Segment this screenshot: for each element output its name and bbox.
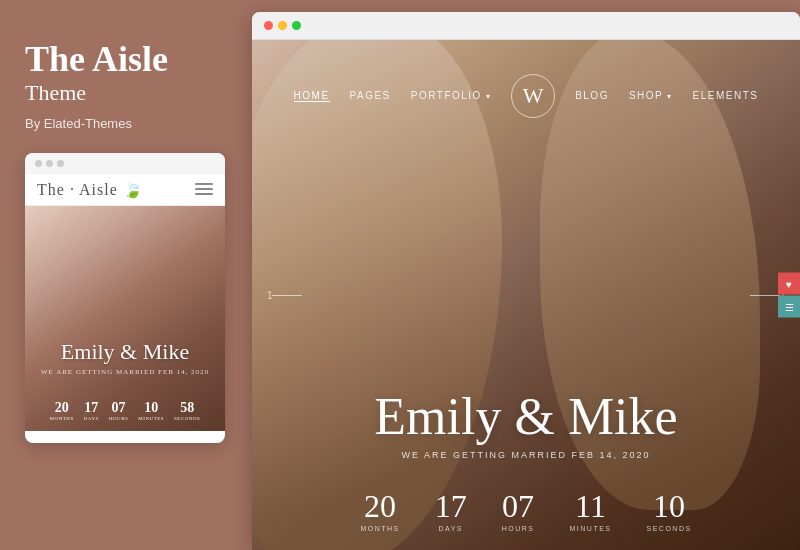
nav-links-left: HOME PAGES PORTFOLIO [294, 90, 492, 102]
hero-area: HOME PAGES PORTFOLIO W BLOG SHOP ELEMENT… [252, 40, 800, 550]
slide-line-right [750, 295, 780, 296]
hero-content: Emily & Mike WE ARE GETTING MARRIED FEB … [252, 388, 800, 460]
mobile-count-seconds: 58 SECONDS [174, 401, 200, 421]
mobile-countdown: 20 MONTHS 17 DAYS 07 HOURS 10 MINUTES 58 [25, 401, 225, 421]
left-panel: The Aisle Theme By Elated-Themes The · A… [0, 0, 245, 550]
nav-logo-circle[interactable]: W [511, 74, 555, 118]
count-months: 20 MONTHS [360, 490, 399, 532]
mobile-preview: The · Aisle 🍃 Emily & Mike WE ARE GETTIN… [25, 153, 225, 443]
mobile-photo-bg [25, 206, 225, 431]
hero-couple-name: Emily & Mike [252, 388, 800, 445]
side-btn-menu[interactable]: ☰ [778, 296, 800, 318]
hero-married-text: WE ARE GETTING MARRIED FEB 14, 2020 [252, 450, 800, 460]
mobile-title-bar [25, 153, 225, 174]
nav-links-right: BLOG SHOP ELEMENTS [575, 90, 758, 101]
mobile-logo: The · Aisle 🍃 [37, 180, 144, 199]
mobile-dot-3 [57, 160, 64, 167]
count-days: 17 DAYS [435, 490, 467, 532]
browser-dot-yellow[interactable] [278, 21, 287, 30]
site-navigation: HOME PAGES PORTFOLIO W BLOG SHOP ELEMENT… [252, 68, 800, 123]
mobile-couple-name: Emily & Mike [25, 339, 225, 365]
theme-author: By Elated-Themes [25, 116, 220, 131]
mobile-count-months: 20 MONTHS [50, 401, 74, 421]
side-btn-heart[interactable]: ♥ [778, 273, 800, 295]
nav-shop[interactable]: SHOP [629, 90, 673, 101]
count-hours: 07 HOURS [502, 490, 535, 532]
mobile-dot-2 [46, 160, 53, 167]
browser-dot-green[interactable] [292, 21, 301, 30]
mobile-count-days: 17 DAYS [84, 401, 99, 421]
mobile-hero-image: Emily & Mike WE ARE GETTING MARRIED FEB … [25, 206, 225, 431]
heart-icon: ♥ [786, 278, 792, 289]
mobile-married-text: WE ARE GETTING MARRIED FEB 14, 2020 [25, 368, 225, 376]
mobile-overlay: Emily & Mike WE ARE GETTING MARRIED FEB … [25, 339, 225, 376]
mobile-header: The · Aisle 🍃 [25, 174, 225, 206]
countdown-bar: 20 MONTHS 17 DAYS 07 HOURS 11 MINUTES 10… [252, 490, 800, 532]
browser-chrome-bar [252, 12, 800, 40]
browser-preview: HOME PAGES PORTFOLIO W BLOG SHOP ELEMENT… [252, 12, 800, 550]
nav-blog[interactable]: BLOG [575, 90, 609, 101]
menu-icon: ☰ [785, 301, 794, 312]
nav-elements[interactable]: ELEMENTS [693, 90, 759, 101]
browser-dot-red[interactable] [264, 21, 273, 30]
mobile-dot-1 [35, 160, 42, 167]
theme-title: The Aisle Theme [25, 40, 220, 106]
count-seconds: 10 SECONDS [647, 490, 692, 532]
mobile-count-hours: 07 HOURS [109, 401, 128, 421]
nav-home[interactable]: HOME [294, 90, 330, 102]
side-action-buttons: ♥ ☰ [778, 273, 800, 318]
slide-line-left [272, 295, 302, 296]
mobile-count-minutes: 10 MINUTES [138, 401, 164, 421]
nav-portfolio[interactable]: PORTFOLIO [411, 90, 491, 101]
nav-logo-letter: W [523, 83, 544, 109]
nav-pages[interactable]: PAGES [350, 90, 391, 101]
mobile-hamburger-icon[interactable] [195, 183, 213, 195]
count-minutes: 11 MINUTES [570, 490, 612, 532]
